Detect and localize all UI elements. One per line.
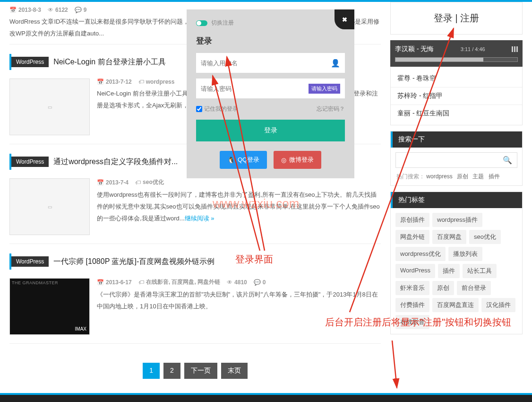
playlist-item[interactable]: 童丽 - 红豆生南国 [391,105,522,122]
forgot-password-link[interactable]: 忘记密码？ [317,105,345,113]
search-button[interactable]: 🔍 [498,153,517,167]
modal-title: 登录 [196,35,345,46]
login-modal: ✖ 切换注册 登录 👤 请输入密码 记住我的登录 忘记密码？ 登录 🐧QQ登录 … [187,9,354,178]
tag-link[interactable]: 汉化插件 [481,298,515,312]
tag-link[interactable]: 前台登录 [457,281,491,295]
tag-link[interactable]: 百度网盘 [432,230,466,244]
tag-icon: 🏷wordpress [138,79,175,85]
register-link[interactable]: 注册 [460,13,479,23]
post-thumbnail[interactable]: ▭ [9,79,90,135]
login-link[interactable]: 登录 [434,13,453,23]
category-badge[interactable]: WordPress [11,57,49,67]
tag-link[interactable]: 百度网盘直连 [432,298,479,312]
post-thumbnail[interactable]: IMAX [9,278,90,335]
tag-link[interactable]: 站长工具 [463,264,497,278]
password-hint-button[interactable]: 请输入密码 [309,84,340,94]
pagination: 1 2 下一页 末页 [9,344,381,393]
login-button[interactable]: 登录 [196,120,345,141]
playlist: 霍尊 - 卷珠帘 苏梓玲 - 红指甲 童丽 - 红豆生南国 [391,67,522,125]
hot-search-link[interactable]: 插件 [489,173,500,180]
hot-search-label: 热门搜索： [396,173,425,180]
annotation-login-ui: 登录界面 [235,253,273,266]
date-icon: 📅2013-6-17 [97,279,132,286]
tag-link[interactable]: 原创 [432,281,454,295]
toggle-label: 切换注册 [211,19,234,27]
close-icon[interactable]: ✖ [335,9,354,29]
views-icon: 👁4810 [227,279,247,286]
tag-link[interactable]: 原创插件 [395,213,429,227]
post-title[interactable]: 通过wordpress自定义字段免插件对... [53,157,178,167]
views-icon: 👁6122 [48,7,68,13]
track-time: 3:11 / 4:46 [461,46,485,52]
tag-icon: 🏷在线影音, 百度网盘, 网盘外链 [138,278,220,286]
track-title: 李汉颖 - 无悔 [395,45,434,53]
tag-link[interactable]: wordpress优化 [395,247,446,261]
comments-icon: 💬9 [75,7,87,13]
category-badge[interactable]: WordPress [11,256,49,267]
qq-login-button[interactable]: 🐧QQ登录 [220,151,267,169]
post-title[interactable]: NeiCe-Login 前台登录注册小工具 [53,57,165,67]
tag-link[interactable]: 付费插件 [395,298,429,312]
tag-icon: 🏷seo优化 [135,178,164,186]
post-excerpt: 《一代宗师》是香港导演王家卫的首部"功夫巨制"，该片历时"八年筹备，三年拍摄"，… [97,289,381,312]
tags-heading: 热门标签 [391,192,522,208]
page-2[interactable]: 2 [163,363,180,379]
equalizer-icon [512,46,518,52]
tag-link[interactable]: 虾米音乐 [395,281,429,295]
toggle-register-switch[interactable] [196,20,207,26]
category-badge[interactable]: WordPress [11,157,49,167]
tag-link[interactable]: seo优化 [469,230,501,244]
comments-icon: 💬0 [254,279,266,286]
hot-search-link[interactable]: wordpress [426,173,452,180]
sidebar: 登录 | 注册 李汉颖 - 无悔 3:11 / 4:46 霍尊 - 卷珠帘 苏梓… [390,2,523,393]
page-next[interactable]: 下一页 [184,363,217,379]
hot-search-link[interactable]: 原创 [457,173,468,180]
hot-search-link[interactable]: 主题 [472,173,484,180]
date-icon: 📅2013-7-12 [97,79,132,85]
playlist-item[interactable]: 苏梓玲 - 红指甲 [391,87,522,105]
annotation-register-note: 后台开启注册后将显示"注册"按钮和切换按钮 [307,315,529,330]
qq-icon: 🐧 [227,157,235,164]
tag-link[interactable]: WordPress [395,264,435,278]
remember-checkbox[interactable]: 记住我的登录 [196,105,238,113]
playlist-item[interactable]: 霍尊 - 卷珠帘 [391,70,522,87]
weibo-icon: ◎ [281,157,286,164]
search-heading: 搜索一下 [391,131,522,148]
search-input[interactable] [396,153,498,167]
post-thumbnail[interactable]: ▭ [9,178,90,235]
progress-bar[interactable] [395,57,518,62]
tag-link[interactable]: wordpress插件 [432,213,482,227]
user-icon: 👤 [331,59,340,68]
username-input[interactable] [201,60,331,67]
password-input[interactable] [201,85,309,92]
post-excerpt: 使用wordpress也有很长一段时间了，建博客也并非为了盈利,所有一直没有在s… [97,189,381,224]
music-player: 李汉颖 - 无悔 3:11 / 4:46 [390,40,523,67]
post-title[interactable]: 一代宗师 [1080P 蓝光版]-百度网盘视频外链示例 [53,257,215,267]
footer: © 2015 NeiCe.Inc | 站长统计 | 今日IP[17] | 今日P… [0,393,532,402]
tag-link[interactable]: 插件 [438,264,460,278]
page-1[interactable]: 1 [143,363,160,379]
page-last[interactable]: 末页 [221,363,248,379]
tag-link[interactable]: 播放列表 [448,247,482,261]
read-more-link[interactable]: 继续阅读 » [185,215,215,222]
tag-link[interactable]: 网盘外链 [395,230,429,244]
date-icon: 📅2013-8-3 [9,7,41,13]
weibo-login-button[interactable]: ◎微博登录 [274,151,321,169]
date-icon: 📅2013-7-4 [97,179,129,186]
